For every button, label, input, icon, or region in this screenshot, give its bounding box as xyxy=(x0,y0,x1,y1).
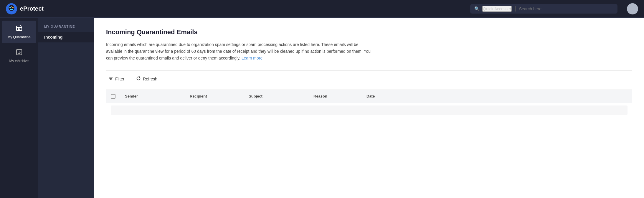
sidebar-item-label-my-quarantine: My Quarantine xyxy=(7,35,31,39)
description-text: Incoming emails which are quarantined du… xyxy=(106,42,371,60)
table-header-checkbox xyxy=(106,90,120,103)
nav-item-incoming[interactable]: Incoming xyxy=(38,32,94,42)
table-header-date: Date xyxy=(362,90,403,103)
table-header: Sender Recipient Subject Reason Date xyxy=(106,90,632,103)
logo-area: eProtect xyxy=(6,3,44,14)
table-header-sender: Sender xyxy=(120,90,185,103)
eprotect-logo-icon xyxy=(6,3,17,14)
search-input[interactable] xyxy=(519,6,613,11)
avatar[interactable] xyxy=(627,3,638,14)
sidebar-item-my-earchive[interactable]: My eArchive xyxy=(2,44,36,67)
app-body: My Quarantine My eArchive MY QUARANTINE … xyxy=(0,18,644,198)
content-inner: Incoming Quarantined Emails Incoming ema… xyxy=(94,18,644,117)
search-divider xyxy=(515,6,516,11)
svg-rect-2 xyxy=(9,7,11,8)
sidebar-item-label-my-earchive: My eArchive xyxy=(9,59,29,63)
nav-panel: MY QUARANTINE Incoming xyxy=(38,18,94,198)
filter-button[interactable]: Filter xyxy=(106,75,127,83)
top-header: eProtect 🔍 Quick Access ▾ xyxy=(0,0,644,18)
page-title: Incoming Quarantined Emails xyxy=(106,28,632,36)
description: Incoming emails which are quarantined du… xyxy=(106,41,371,62)
refresh-label: Refresh xyxy=(143,77,157,81)
sidebar-item-my-quarantine[interactable]: My Quarantine xyxy=(2,21,36,43)
svg-point-7 xyxy=(18,28,20,30)
svg-rect-4 xyxy=(10,9,13,10)
table-loading-placeholder xyxy=(111,105,628,115)
filter-label: Filter xyxy=(115,77,124,81)
search-bar: 🔍 Quick Access ▾ xyxy=(470,4,617,14)
refresh-button[interactable]: Refresh xyxy=(134,75,160,83)
select-all-checkbox[interactable] xyxy=(111,94,115,99)
toolbar: Filter Refresh xyxy=(106,70,632,87)
nav-section-title: MY QUARANTINE xyxy=(38,22,94,32)
logo-text: eProtect xyxy=(20,5,44,12)
svg-rect-3 xyxy=(12,7,14,8)
svg-rect-5 xyxy=(11,6,12,7)
earchive-icon xyxy=(16,49,23,57)
table-header-reason: Reason xyxy=(309,90,362,103)
quick-access-label: Quick Access xyxy=(483,6,508,11)
learn-more-link[interactable]: Learn more xyxy=(242,56,263,60)
search-icon: 🔍 xyxy=(474,6,480,11)
table-header-subject: Subject xyxy=(244,90,309,103)
refresh-icon xyxy=(136,76,141,82)
quick-access-button[interactable]: Quick Access ▾ xyxy=(482,6,512,12)
filter-icon xyxy=(108,76,113,82)
sidebar: My Quarantine My eArchive xyxy=(0,18,38,198)
quarantine-icon xyxy=(16,25,23,33)
chevron-down-icon: ▾ xyxy=(509,7,511,11)
table-header-recipient: Recipient xyxy=(185,90,244,103)
table-area: Sender Recipient Subject Reason Date xyxy=(106,90,632,115)
main-content: Incoming Quarantined Emails Incoming ema… xyxy=(94,18,644,198)
